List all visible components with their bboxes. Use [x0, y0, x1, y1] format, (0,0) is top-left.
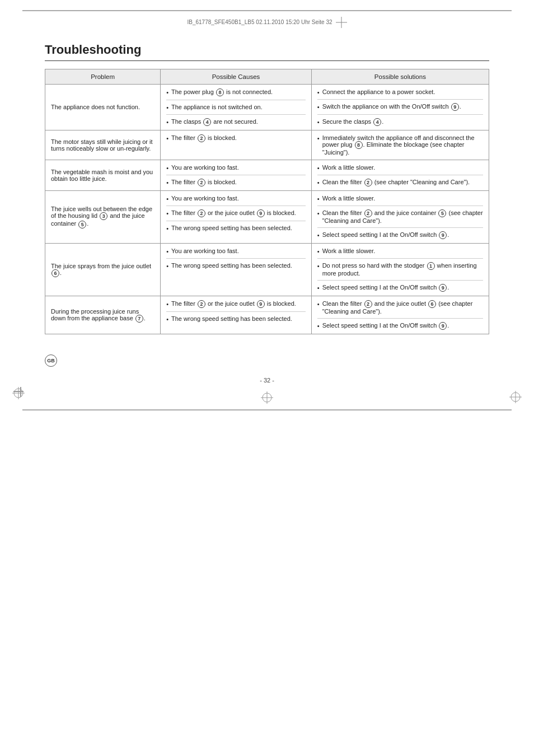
- num-badge-8: 8: [355, 141, 363, 149]
- table-row-2: The vegetable mash is moist and you obta…: [45, 160, 489, 190]
- cause-item-4-0: • You are working too fast.: [166, 248, 306, 255]
- num-badge-9: 9: [439, 231, 447, 239]
- num-badge-7: 7: [135, 315, 143, 323]
- problem-text-4: The juice sprays from the juice outlet 6…: [51, 263, 151, 276]
- problem-text-0: The appliance does not function.: [51, 104, 140, 110]
- table-row-0: The appliance does not function. • The p…: [45, 84, 489, 130]
- solution-item-2-0: • Work a little slower.: [317, 164, 483, 171]
- solution-item-0-2: • Secure the clasps 4.: [317, 118, 483, 126]
- problem-cell-0: The appliance does not function.: [45, 84, 161, 130]
- num-badge-5: 5: [78, 221, 86, 228]
- num-badge-2: 2: [364, 209, 372, 217]
- num-badge-8: 8: [216, 88, 224, 96]
- header-line: IB_61778_SFE450B1_LB5 02.11.2010 15:20 U…: [0, 11, 534, 31]
- problem-cell-1: The motor stays still while juicing or i…: [45, 130, 161, 160]
- solution-item-5-0: • Clean the filter 2 and the juice outle…: [317, 300, 483, 315]
- solution-item-4-0: • Work a little slower.: [317, 248, 483, 255]
- table-row-1: The motor stays still while juicing or i…: [45, 130, 489, 160]
- table-row-5: During the processing juice runs down fr…: [45, 296, 489, 334]
- num-badge-3: 3: [100, 212, 107, 220]
- causes-cell-4: • You are working too fast. • The wrong …: [161, 244, 312, 296]
- cause-item-0-2: • The clasps 4 are not secured.: [166, 118, 306, 126]
- col-header-solutions: Possible solutions: [311, 69, 489, 84]
- cause-item-4-1: • The wrong speed setting has been selec…: [166, 262, 306, 269]
- problem-text-2: The vegetable mash is moist and you obta…: [51, 169, 153, 182]
- section-title: Troubleshooting: [45, 43, 489, 61]
- cause-item-3-2: • The wrong speed setting has been selec…: [166, 225, 306, 232]
- troubleshooting-table: Problem Possible Causes Possible solutio…: [45, 69, 489, 335]
- num-badge-9: 9: [257, 209, 265, 217]
- num-badge-9: 9: [439, 284, 447, 292]
- num-badge-9: 9: [439, 322, 447, 330]
- solution-item-2-1: • Clean the filter 2 (see chapter "Clean…: [317, 179, 483, 186]
- solutions-cell-3: • Work a little slower. • Clean the filt…: [311, 190, 489, 243]
- problem-text-5: During the processing juice runs down fr…: [51, 308, 146, 321]
- problem-cell-3: The juice wells out between the edge of …: [45, 190, 161, 243]
- solution-item-3-2: • Select speed setting I at the On/Off s…: [317, 231, 483, 239]
- solution-item-3-0: • Work a little slower.: [317, 195, 483, 202]
- page-wrapper: IB_61778_SFE450B1_LB5 02.11.2010 15:20 U…: [0, 10, 534, 756]
- problem-text-3: The juice wells out between the edge of …: [51, 206, 152, 227]
- content-area: Troubleshooting Problem Possible Causes …: [0, 31, 534, 368]
- col-header-problem: Problem: [45, 69, 161, 84]
- solution-item-0-1: • Switch the appliance on with the On/Of…: [317, 103, 483, 111]
- causes-cell-2: • You are working too fast. • The filter…: [161, 160, 312, 190]
- causes-cell-5: • The filter 2 or the juice outlet 9 is …: [161, 296, 312, 334]
- col-header-causes: Possible Causes: [161, 69, 312, 84]
- problem-cell-5: During the processing juice runs down fr…: [45, 296, 161, 334]
- bottom-border-line: [22, 409, 512, 410]
- solution-item-1-0: • Immediately switch the appliance off a…: [317, 134, 483, 156]
- solution-item-4-1: • Do not press so hard with the stodger …: [317, 262, 483, 277]
- problem-cell-4: The juice sprays from the juice outlet 6…: [45, 244, 161, 296]
- cause-item-3-1: • The filter 2 or the juice outlet 9 is …: [166, 209, 306, 217]
- cause-item-1-0: • The filter 2 is blocked.: [166, 134, 306, 142]
- cause-item-0-0: • The power plug 8 is not connected.: [166, 88, 306, 96]
- num-badge-2: 2: [198, 179, 205, 186]
- header-info-text: IB_61778_SFE450B1_LB5 02.11.2010 15:20 U…: [187, 19, 332, 25]
- solutions-cell-4: • Work a little slower. • Do not press s…: [311, 244, 489, 296]
- solution-item-4-2: • Select speed setting I at the On/Off s…: [317, 284, 483, 292]
- problem-cell-2: The vegetable mash is moist and you obta…: [45, 160, 161, 190]
- solution-item-5-1: • Select speed setting I at the On/Off s…: [317, 322, 483, 330]
- problem-text-1: The motor stays still while juicing or i…: [51, 138, 153, 152]
- num-badge-2: 2: [364, 179, 372, 186]
- causes-cell-0: • The power plug 8 is not connected. • T…: [161, 84, 312, 130]
- num-badge-2: 2: [198, 134, 205, 142]
- causes-cell-3: • You are working too fast. • The filter…: [161, 190, 312, 243]
- footer-area: GB - 32 -: [0, 377, 534, 384]
- num-badge-2: 2: [198, 209, 205, 217]
- num-badge-1: 1: [427, 262, 435, 270]
- solution-item-0-0: • Connect the appliance to a power socke…: [317, 88, 483, 96]
- solution-item-3-1: • Clean the filter 2 and the juice conta…: [317, 209, 483, 224]
- num-badge-2: 2: [198, 300, 205, 308]
- solutions-cell-2: • Work a little slower. • Clean the filt…: [311, 160, 489, 190]
- num-badge-6: 6: [51, 269, 59, 277]
- table-row-4: The juice sprays from the juice outlet 6…: [45, 244, 489, 296]
- num-badge-4: 4: [203, 118, 211, 126]
- bottom-reg-area: [0, 384, 534, 409]
- num-badge-6: 6: [428, 300, 436, 308]
- page-number: - 32 -: [0, 377, 534, 384]
- solutions-cell-1: • Immediately switch the appliance off a…: [311, 130, 489, 160]
- solutions-cell-0: • Connect the appliance to a power socke…: [311, 84, 489, 130]
- solutions-cell-5: • Clean the filter 2 and the juice outle…: [311, 296, 489, 334]
- cause-item-5-0: • The filter 2 or the juice outlet 9 is …: [166, 300, 306, 308]
- header-cross-mark: [336, 17, 347, 28]
- cause-item-0-1: • The appliance is not switched on.: [166, 104, 306, 111]
- num-badge-5: 5: [438, 209, 446, 217]
- table-row-3: The juice wells out between the edge of …: [45, 190, 489, 243]
- num-badge-9: 9: [257, 300, 265, 308]
- cause-item-5-1: • The wrong speed setting has been selec…: [166, 315, 306, 323]
- causes-cell-1: • The filter 2 is blocked.: [161, 130, 312, 160]
- cause-item-2-1: • The filter 2 is blocked.: [166, 179, 306, 186]
- num-badge-4: 4: [373, 118, 381, 126]
- cause-item-3-0: • You are working too fast.: [166, 195, 306, 202]
- num-badge-9: 9: [451, 103, 459, 111]
- cause-item-2-0: • You are working too fast.: [166, 164, 306, 171]
- num-badge-2: 2: [364, 300, 372, 308]
